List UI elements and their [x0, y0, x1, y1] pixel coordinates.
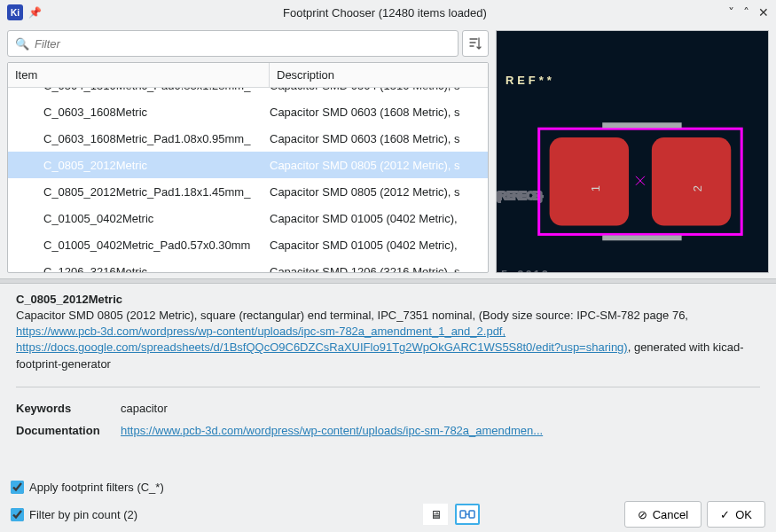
- footprint-preview[interactable]: REF** ${R ERE CE} 5_2012 1 2: [496, 30, 769, 273]
- pin-icon[interactable]: 📌: [28, 6, 42, 19]
- svg-rect-3: [460, 511, 466, 518]
- filter-pincount-check[interactable]: [11, 508, 24, 521]
- selected-footprint-name: C_0805_2012Metric: [16, 293, 760, 306]
- apply-filters-label: Apply footprint filters (C_*): [29, 481, 164, 494]
- filter-pincount-label: Filter by pin count (2): [29, 508, 137, 521]
- keywords-label: Keywords: [16, 402, 121, 415]
- row-item: C_01005_0402Metric_Pad0.57x0.30mm: [8, 239, 270, 252]
- footprint-icon: [459, 508, 475, 520]
- cancel-button[interactable]: ⊘ Cancel: [624, 501, 702, 528]
- cancel-icon: ⊘: [638, 508, 647, 521]
- filter-input[interactable]: [35, 37, 451, 51]
- selected-footprint-description: Capacitor SMD 0805 (2012 Metric), square…: [16, 308, 760, 372]
- documentation-link[interactable]: https://www.pcb-3d.com/wordpress/wp-cont…: [121, 424, 543, 437]
- row-description: Capacitor SMD 01005 (0402 Metric),: [270, 239, 488, 252]
- preview-pad2-label: 2: [691, 185, 704, 192]
- row-description: Capacitor SMD 1206 (3216 Metric), s: [270, 265, 488, 273]
- preview-bottom-text: 5_2012: [501, 268, 550, 272]
- header-item[interactable]: Item: [8, 63, 270, 87]
- table-row[interactable]: C_0504_1510Metric_Pad0.83x1.28mm_Capacit…: [8, 88, 488, 98]
- sort-button[interactable]: [462, 30, 489, 57]
- row-description: Capacitor SMD 0603 (1608 Metric), s: [270, 132, 488, 145]
- row-description: Capacitor SMD 0603 (1608 Metric), s: [270, 106, 488, 119]
- table-row[interactable]: C_01005_0402Metric_Pad0.57x0.30mmCapacit…: [8, 231, 488, 258]
- list-header: Item Description: [8, 63, 488, 88]
- keywords-value: capacitor: [121, 402, 760, 415]
- preview-pad2: [652, 137, 731, 225]
- row-item: C_0603_1608Metric: [8, 106, 270, 119]
- table-row[interactable]: C_01005_0402MetricCapacitor SMD 01005 (0…: [8, 205, 488, 231]
- window-controls: ˅ ˄ ✕: [728, 5, 769, 20]
- header-description[interactable]: Description: [270, 63, 488, 87]
- filter-pincount-checkbox[interactable]: Filter by pin count (2): [11, 508, 137, 521]
- minimize-icon[interactable]: ˅: [728, 5, 734, 20]
- close-icon[interactable]: ✕: [758, 5, 769, 20]
- row-item: C_0805_2012Metric_Pad1.18x1.45mm_: [8, 185, 270, 199]
- description-link1[interactable]: https://www.pcb-3d.com/wordpress/wp-cont…: [16, 325, 506, 338]
- row-description: Capacitor SMD 0504 (1510 Metric), s: [270, 88, 488, 92]
- row-item: C_0504_1510Metric_Pad0.83x1.28mm_: [8, 88, 270, 92]
- title-bar: Ki 📌 Footprint Chooser (12480 items load…: [0, 0, 776, 25]
- row-description: Capacitor SMD 01005 (0402 Metric),: [270, 212, 488, 225]
- row-description: Capacitor SMD 0805 (2012 Metric), s: [270, 159, 488, 172]
- details-divider: [16, 387, 760, 387]
- maximize-icon[interactable]: ˄: [743, 5, 749, 20]
- row-item: C_0603_1608Metric_Pad1.08x0.95mm_: [8, 132, 270, 145]
- row-description: Capacitor SMD 0805 (2012 Metric), s: [270, 185, 488, 199]
- description-link2[interactable]: https://docs.google.com/spreadsheets/d/1…: [16, 340, 628, 354]
- ok-button[interactable]: ✓ OK: [707, 501, 765, 528]
- documentation-label: Documentation: [16, 424, 121, 437]
- row-item: C_1206_3216Metric: [8, 265, 270, 273]
- app-icon: Ki: [7, 4, 23, 20]
- ok-icon: ✓: [720, 508, 730, 521]
- apply-filters-checkbox[interactable]: Apply footprint filters (C_*): [11, 481, 765, 494]
- preview-pad1: [550, 137, 629, 225]
- window-title: Footprint Chooser (12480 items loaded): [42, 6, 728, 20]
- sort-icon: [468, 36, 482, 51]
- apply-filters-check[interactable]: [11, 481, 24, 494]
- table-row[interactable]: C_0603_1608MetricCapacitor SMD 0603 (160…: [8, 98, 488, 125]
- row-item: C_0805_2012Metric: [8, 159, 270, 172]
- details-panel: C_0805_2012Metric Capacitor SMD 0805 (20…: [0, 284, 776, 477]
- table-row[interactable]: C_0805_2012Metric_Pad1.18x1.45mm_Capacit…: [8, 178, 488, 205]
- view-footprint-button[interactable]: [455, 504, 480, 525]
- preview-ref-text: REF**: [506, 74, 555, 87]
- table-row[interactable]: C_0603_1608Metric_Pad1.08x0.95mm_Capacit…: [8, 125, 488, 152]
- list-body[interactable]: C_0504_1510Metric_Pad0.83x1.28mm_Capacit…: [8, 88, 488, 272]
- svg-rect-4: [469, 511, 474, 518]
- table-row[interactable]: C_0805_2012MetricCapacitor SMD 0805 (201…: [8, 152, 488, 178]
- row-item: C_01005_0402Metric: [8, 212, 270, 225]
- preview-reference-text: ${R ERE CE}: [497, 189, 543, 202]
- view-3d-button[interactable]: 🖥: [423, 504, 448, 525]
- search-icon: 🔍: [15, 37, 29, 51]
- footprint-list: Item Description C_0504_1510Metric_Pad0.…: [7, 62, 489, 273]
- monitor-icon: 🖥: [430, 508, 442, 521]
- preview-pad1-label: 1: [589, 185, 602, 192]
- table-row[interactable]: C_1206_3216MetricCapacitor SMD 1206 (321…: [8, 258, 488, 272]
- filter-input-wrap[interactable]: 🔍: [7, 30, 459, 57]
